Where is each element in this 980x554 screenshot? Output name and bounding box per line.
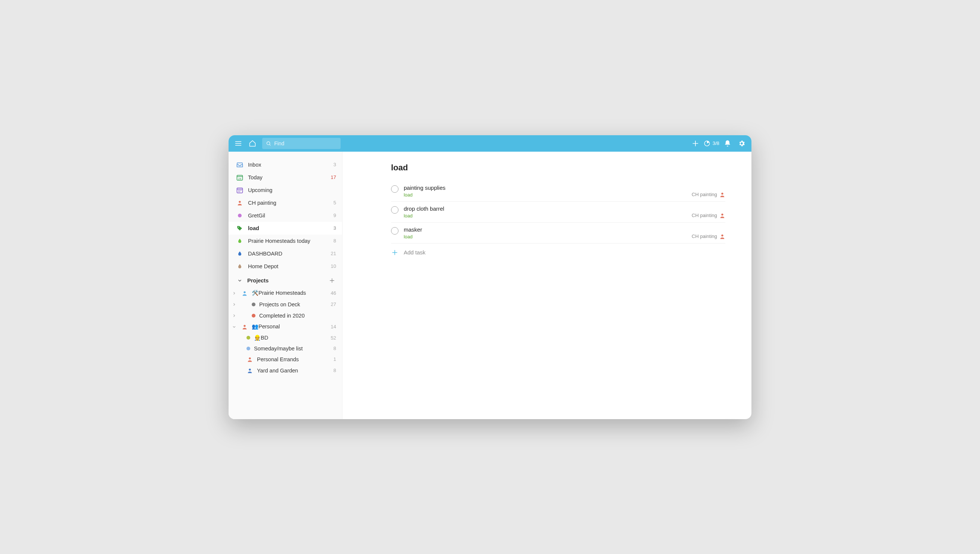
shared-icon xyxy=(241,323,248,330)
item-count: 52 xyxy=(331,335,336,341)
project-label: Someday/maybe list xyxy=(254,345,330,352)
sidebar-item-ch-painting[interactable]: CH painting5 xyxy=(229,196,342,209)
task-checkbox[interactable] xyxy=(391,206,398,214)
app-body: Inbox324Today17UpcomingCH painting5GretG… xyxy=(229,152,751,419)
svg-line-4 xyxy=(269,144,270,145)
project-item-yard-and-garden[interactable]: Yard and Garden8 xyxy=(229,365,342,376)
task-body: maskerload xyxy=(404,226,686,239)
project-item-completed-in-2020[interactable]: Completed in 2020 xyxy=(229,310,342,321)
add-project-button[interactable] xyxy=(328,277,336,285)
upcoming-icon xyxy=(236,186,243,194)
item-count: 14 xyxy=(331,324,336,330)
task-body: drop cloth barrelload xyxy=(404,205,686,218)
sidebar-item-label: CH painting xyxy=(248,200,329,206)
inbox-icon xyxy=(236,161,243,169)
search-input[interactable] xyxy=(274,140,337,146)
person-icon xyxy=(242,324,248,330)
dot-icon xyxy=(236,212,243,219)
person-icon xyxy=(247,368,253,374)
project-label: 👷BD xyxy=(254,335,327,341)
svg-point-3 xyxy=(267,142,270,145)
color-dot-icon xyxy=(252,314,255,318)
color-dot-icon xyxy=(247,336,250,339)
progress-icon xyxy=(704,140,710,147)
sidebar-item-upcoming[interactable]: Upcoming xyxy=(229,184,342,196)
sidebar[interactable]: Inbox324Today17UpcomingCH painting5GretG… xyxy=(229,152,342,419)
task-checkbox[interactable] xyxy=(391,227,398,235)
sidebar-item-gretgil[interactable]: GretGil9 xyxy=(229,209,342,222)
project-label: Completed in 2020 xyxy=(259,313,336,318)
task-row[interactable]: painting suppliesloadCH painting xyxy=(391,181,725,202)
sidebar-item-load[interactable]: load3 xyxy=(229,222,342,235)
project-label: 🛠️Prairie Homesteads xyxy=(252,290,327,296)
task-row[interactable]: drop cloth barrelloadCH painting xyxy=(391,202,725,223)
search-field[interactable] xyxy=(262,138,340,149)
task-title: masker xyxy=(404,226,686,233)
progress-text: 3/8 xyxy=(713,140,719,146)
drop-icon xyxy=(237,263,243,269)
sidebar-item-label: Upcoming xyxy=(248,187,336,193)
sidebar-item-label: Prairie Homesteads today xyxy=(248,238,329,244)
item-count: 9 xyxy=(334,213,336,218)
person-icon xyxy=(719,234,725,239)
project-item-someday/maybe-list[interactable]: Someday/maybe list8 xyxy=(229,343,342,354)
item-count: 8 xyxy=(334,345,336,351)
add-task-button[interactable]: Add task xyxy=(391,244,725,261)
add-task-label: Add task xyxy=(404,249,425,256)
sidebar-item-label: Today xyxy=(248,174,326,180)
item-count: 27 xyxy=(331,301,336,307)
home-icon xyxy=(249,140,256,147)
color-dot-icon xyxy=(252,302,255,306)
project-item-projects-on-deck[interactable]: Projects on Deck27 xyxy=(229,299,342,310)
sidebar-item-today[interactable]: 24Today17 xyxy=(229,171,342,184)
project-item-prairie-homesteads[interactable]: 🛠️Prairie Homesteads46 xyxy=(229,288,342,299)
home-button[interactable] xyxy=(247,137,258,150)
shared-icon xyxy=(247,367,253,374)
drop-icon xyxy=(236,237,243,245)
item-count: 3 xyxy=(334,225,336,231)
tag-icon xyxy=(236,224,243,232)
chevron-right-icon[interactable] xyxy=(231,290,237,297)
task-tag[interactable]: load xyxy=(404,193,686,197)
sidebar-item-prairie-homesteads-today[interactable]: Prairie Homesteads today8 xyxy=(229,235,342,247)
sidebar-item-dashboard[interactable]: DASHBOARD21 xyxy=(229,247,342,260)
task-tag[interactable]: load xyxy=(404,234,686,239)
chevron-right-icon[interactable] xyxy=(231,301,237,308)
color-dot-icon xyxy=(238,214,242,217)
sidebar-item-inbox[interactable]: Inbox3 xyxy=(229,158,342,171)
svg-point-27 xyxy=(721,213,723,215)
project-item-bd[interactable]: 👷BD52 xyxy=(229,333,342,343)
quick-add-button[interactable] xyxy=(689,137,702,150)
person-icon xyxy=(719,192,725,197)
task-project-label: CH painting xyxy=(692,213,717,218)
project-item-personal[interactable]: 👥Personal14 xyxy=(229,321,342,333)
person-icon xyxy=(242,290,248,296)
menu-toggle-button[interactable] xyxy=(232,137,244,150)
task-project-link[interactable]: CH painting xyxy=(692,213,725,218)
project-label: 👥Personal xyxy=(252,323,327,330)
task-tag[interactable]: load xyxy=(404,213,686,218)
productivity-button[interactable]: 3/8 xyxy=(704,140,719,147)
task-checkbox[interactable] xyxy=(391,185,398,193)
task-row[interactable]: maskerloadCH painting xyxy=(391,223,725,244)
item-count: 46 xyxy=(331,290,336,296)
projects-section-header[interactable]: Projects xyxy=(229,273,342,288)
plus-icon xyxy=(692,140,699,147)
svg-point-22 xyxy=(243,291,245,293)
sidebar-item-home-depot[interactable]: Home Depot10 xyxy=(229,260,342,273)
task-project-link[interactable]: CH painting xyxy=(692,192,725,197)
chevron-right-icon[interactable] xyxy=(231,312,237,319)
shared-icon xyxy=(247,356,253,363)
notifications-button[interactable] xyxy=(722,137,733,150)
task-title: painting supplies xyxy=(404,185,686,191)
main-content: load painting suppliesloadCH paintingdro… xyxy=(342,152,751,419)
settings-button[interactable] xyxy=(736,137,748,150)
person-icon xyxy=(719,213,725,218)
task-project-link[interactable]: CH painting xyxy=(692,234,725,239)
person-icon xyxy=(247,357,253,362)
chevron-down-icon[interactable] xyxy=(231,323,237,330)
item-count: 8 xyxy=(334,368,336,373)
item-count: 1 xyxy=(334,357,336,362)
task-body: painting suppliesload xyxy=(404,185,686,197)
project-item-personal-errands[interactable]: Personal Errands1 xyxy=(229,354,342,365)
